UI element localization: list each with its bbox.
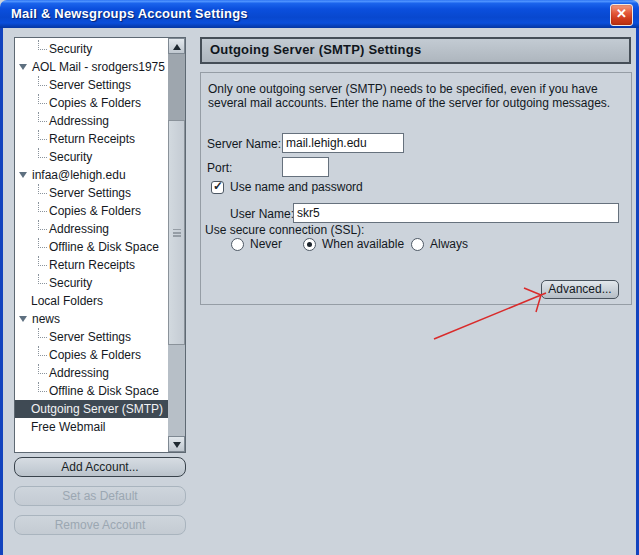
tree-item-label: news <box>15 312 60 326</box>
tree-item[interactable]: news <box>15 310 168 328</box>
use-name-password-checkbox[interactable] <box>211 181 224 194</box>
tree-item[interactable]: Addressing <box>15 364 168 382</box>
mail-account-settings-dialog: { "window": { "title": "Mail & Newsgroup… <box>0 0 639 555</box>
use-name-password-label: Use name and password <box>230 180 363 194</box>
tree-item[interactable]: Security <box>15 274 168 292</box>
tree-item-label: Offline & Disk Space <box>15 384 159 398</box>
tree-item-label: Return Receipts <box>15 132 135 146</box>
scrollbar-thumb[interactable] <box>168 120 185 345</box>
smtp-settings-group: Only one outgoing server (SMTP) needs to… <box>200 72 632 305</box>
tree-item-label: Addressing <box>15 222 109 236</box>
tree-item[interactable]: Return Receipts <box>15 130 168 148</box>
scroll-up-button[interactable] <box>168 38 185 54</box>
radio-icon[interactable] <box>411 238 424 251</box>
tree-item-label: Addressing <box>15 114 109 128</box>
tree-item-label: Security <box>15 150 92 164</box>
tree-scrollbar[interactable] <box>168 38 185 452</box>
tree-item[interactable]: Server Settings <box>15 328 168 346</box>
scroll-down-button[interactable] <box>168 436 185 452</box>
tree-item[interactable]: Copies & Folders <box>15 202 168 220</box>
radio-label: When available <box>322 237 404 251</box>
tree-item-label: infaa@lehigh.edu <box>15 168 126 182</box>
tree-item-label: Server Settings <box>15 186 131 200</box>
radio-label: Never <box>250 237 282 251</box>
tree-item[interactable]: Addressing <box>15 220 168 238</box>
tree-item[interactable]: Security <box>15 40 168 58</box>
tree-item[interactable]: Copies & Folders <box>15 346 168 364</box>
ssl-radio-option[interactable]: When available <box>303 237 404 255</box>
title-bar[interactable]: Mail & Newsgroups Account Settings ✕ <box>0 0 639 28</box>
tree-item[interactable]: Security <box>15 148 168 166</box>
tree-item[interactable]: Server Settings <box>15 76 168 94</box>
tree-item-label: Copies & Folders <box>15 96 141 110</box>
tree-item-label: Copies & Folders <box>15 348 141 362</box>
tree-item-label: Local Folders <box>15 294 103 308</box>
user-name-input[interactable] <box>293 203 619 223</box>
tree-item-label: AOL Mail - srodgers1975 <box>15 60 165 74</box>
radio-icon[interactable] <box>303 238 316 251</box>
tree-item-label: Copies & Folders <box>15 204 141 218</box>
tree-item-label: Server Settings <box>15 330 131 344</box>
tree-item-label: Security <box>15 276 92 290</box>
arrow-down-icon <box>173 442 181 448</box>
tree-item[interactable]: Server Settings <box>15 184 168 202</box>
advanced-button[interactable]: Advanced... <box>541 280 619 299</box>
tree-item[interactable]: Addressing <box>15 112 168 130</box>
tree-item-label: Free Webmail <box>15 420 105 434</box>
tree-item-label: Server Settings <box>15 78 131 92</box>
scrollbar-track-lower[interactable] <box>168 345 185 436</box>
window-border-left <box>0 28 3 555</box>
tree-item-label: Security <box>15 42 92 56</box>
tree-item[interactable]: Free Webmail <box>15 418 168 436</box>
ssl-radio-group: Never When available Always <box>201 237 631 255</box>
server-name-input[interactable] <box>282 133 404 153</box>
tree-item-label: Return Receipts <box>15 258 135 272</box>
tree-item[interactable]: Offline & Disk Space <box>15 382 168 400</box>
tree-item-label: Offline & Disk Space <box>15 240 159 254</box>
radio-label: Always <box>430 237 468 251</box>
tree-item[interactable]: Local Folders <box>15 292 168 310</box>
close-button[interactable]: ✕ <box>610 4 633 26</box>
account-tree: Security AOL Mail - srodgers1975 Server … <box>15 40 168 436</box>
arrow-up-icon <box>173 44 181 50</box>
remove-account-button[interactable]: Remove Account <box>14 515 186 535</box>
tree-item[interactable]: Return Receipts <box>15 256 168 274</box>
ssl-radio-option[interactable]: Never <box>231 237 282 255</box>
tree-item[interactable]: Offline & Disk Space <box>15 238 168 256</box>
user-name-label: User Name: <box>230 207 294 221</box>
port-input[interactable] <box>282 157 329 177</box>
tree-item[interactable]: AOL Mail - srodgers1975 <box>15 58 168 76</box>
description-text: Only one outgoing server (SMTP) needs to… <box>208 82 626 110</box>
radio-icon[interactable] <box>231 238 244 251</box>
scrollbar-track-upper[interactable] <box>168 54 185 120</box>
panel-title: Outgoing Server (SMTP) Settings <box>210 42 421 57</box>
tree-item[interactable]: Copies & Folders <box>15 94 168 112</box>
set-as-default-button[interactable]: Set as Default <box>14 486 186 506</box>
window-title: Mail & Newsgroups Account Settings <box>11 6 248 21</box>
close-icon: ✕ <box>616 6 627 21</box>
tree-item-label: Outgoing Server (SMTP) <box>15 402 163 416</box>
tree-item-label: Addressing <box>15 366 109 380</box>
tree-item[interactable]: infaa@lehigh.edu <box>15 166 168 184</box>
account-tree-panel: Security AOL Mail - srodgers1975 Server … <box>14 37 186 453</box>
panel-header: Outgoing Server (SMTP) Settings <box>200 37 631 64</box>
server-name-label: Server Name: <box>207 137 281 151</box>
ssl-radio-option[interactable]: Always <box>411 237 468 255</box>
add-account-button[interactable]: Add Account... <box>14 457 186 477</box>
port-label: Port: <box>207 161 232 175</box>
ssl-label: Use secure connection (SSL): <box>205 223 364 237</box>
tree-item[interactable]: Outgoing Server (SMTP) <box>15 400 168 418</box>
scrollbar-grip-icon <box>173 229 181 231</box>
